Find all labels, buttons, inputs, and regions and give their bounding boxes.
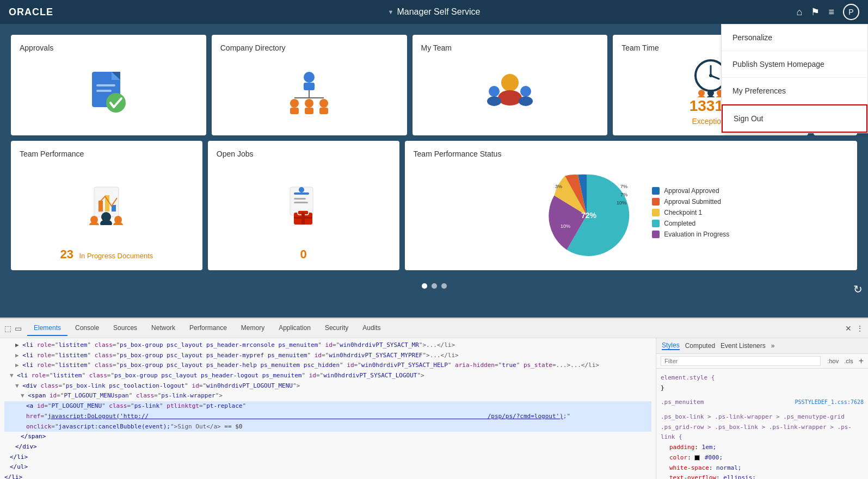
svg-text:7%: 7% xyxy=(620,184,627,189)
svg-point-29 xyxy=(707,90,714,96)
user-initial: P xyxy=(848,8,853,16)
tile-team-performance-status[interactable]: Team Performance Status xyxy=(405,141,857,270)
tile-my-team-title: My Team xyxy=(421,43,599,52)
tile-company-directory-title: Company Directory xyxy=(220,43,398,52)
menu-item-publish[interactable]: Publish System Homepage xyxy=(722,51,867,78)
dot-2[interactable] xyxy=(432,283,437,289)
code-line-0: ▶ <li role="listitem" class="ps_box-grou… xyxy=(4,340,651,351)
hov-toggle[interactable]: :hov xyxy=(827,358,839,364)
user-avatar[interactable]: P xyxy=(843,4,859,20)
devtools-device-icon[interactable]: ▭ xyxy=(15,324,22,333)
code-line-1: ▶ <li role="listitem" class="ps_box-grou… xyxy=(4,351,651,361)
code-line-3: ▼ <li role="listitem" class="ps_box-grou… xyxy=(4,371,651,381)
svg-point-13 xyxy=(305,99,313,108)
tile-open-jobs[interactable]: Open Jobs 0 xyxy=(208,141,399,270)
devtools-more-icon[interactable]: ⋮ xyxy=(856,324,864,333)
legend-label-4: Evaluation in Progress xyxy=(664,231,729,238)
code-line-2: ▶ <li role="listitem" class="ps_box-grou… xyxy=(4,360,651,371)
svg-point-18 xyxy=(498,90,522,105)
element-style-block: element.style { } xyxy=(661,373,864,393)
legend-dot-4 xyxy=(652,231,660,238)
tile-perf-status-body: 72% 10% 3% 7% 7% 10% Approval Approved xyxy=(414,164,848,262)
css-selector-0: .ps_menuitem xyxy=(661,399,704,406)
devtools-tab-network[interactable]: Network xyxy=(145,321,182,336)
svg-point-11 xyxy=(290,99,299,108)
devtools-inspector-icon[interactable]: ⬚ xyxy=(4,324,11,333)
code-line-highlight[interactable]: <a id="PT_LOGOUT_MENU" class="ps-link" p… xyxy=(4,401,651,432)
code-line-4: ▼ <div class="ps_box-link psc_toolaction… xyxy=(4,381,651,391)
header-title-container[interactable]: ▼ Manager Self Service xyxy=(388,7,481,17)
devtools-tab-security[interactable]: Security xyxy=(318,321,355,336)
team-performance-count-label: In Progress Documents xyxy=(79,252,153,260)
devtools-tab-performance[interactable]: Performance xyxy=(183,321,233,336)
open-jobs-count: 0 xyxy=(300,247,307,261)
devtools-code-panel: ▶ <li role="listitem" class="ps_box-grou… xyxy=(0,338,656,479)
tile-my-team[interactable]: My Team xyxy=(413,35,608,135)
tile-company-directory[interactable]: Company Directory xyxy=(212,35,407,135)
svg-point-19 xyxy=(489,86,500,97)
pagination-dots xyxy=(11,276,857,296)
dot-1[interactable] xyxy=(422,283,427,289)
devtools-tab-elements[interactable]: Elements xyxy=(27,321,67,336)
menu-item-personalize[interactable]: Personalize xyxy=(722,24,867,51)
css-prop-color: color: #000; xyxy=(669,453,864,463)
styles-tab[interactable]: Styles xyxy=(662,341,680,350)
chart-legend: Approval Approved Approval Submitted Che… xyxy=(652,187,729,238)
css-source-0[interactable]: PSSTYLEDEF_1.css:7628 xyxy=(795,397,864,407)
svg-rect-44 xyxy=(294,192,309,195)
legend-item-0: Approval Approved xyxy=(652,187,729,195)
page-title: Manager Self Service xyxy=(397,7,480,17)
devtools-tab-sources[interactable]: Sources xyxy=(107,321,144,336)
open-jobs-icon xyxy=(282,184,325,225)
cls-toggle[interactable]: .cls xyxy=(844,358,853,364)
devtools-tab-audits[interactable]: Audits xyxy=(356,321,387,336)
menu-item-signout[interactable]: Sign Out xyxy=(722,104,867,133)
event-listeners-tab[interactable]: Event Listeners xyxy=(721,342,766,350)
expand-arrow-0[interactable]: ▶ xyxy=(4,341,19,349)
tile-approvals-body xyxy=(20,58,198,127)
header-icons: ⌂ ⚑ ≡ P xyxy=(797,4,859,20)
devtools-panel: ⬚ ▭ Elements Console Sources Network Per… xyxy=(0,318,868,479)
tile-approvals[interactable]: Approvals xyxy=(11,35,206,135)
code-line-7: </div> xyxy=(4,442,651,452)
devtools-right-tabs: Styles Computed Event Listeners » xyxy=(656,338,868,354)
element-style-selector: element.style { xyxy=(661,374,715,381)
devtools-tab-console[interactable]: Console xyxy=(69,321,106,336)
css-prop-whitespace: white-space: normal; xyxy=(669,463,864,474)
svg-text:7%: 7% xyxy=(620,192,627,197)
flag-icon[interactable]: ⚑ xyxy=(811,6,820,18)
menu-icon[interactable]: ≡ xyxy=(828,7,834,18)
tile-team-performance-title: Team Performance xyxy=(20,150,194,158)
svg-line-26 xyxy=(711,76,719,79)
legend-item-3: Completed xyxy=(652,220,729,227)
tile-team-performance[interactable]: Team Performance xyxy=(11,141,202,270)
devtools-toolbar-icons: ✕ ⋮ xyxy=(845,324,864,333)
devtools-close-icon[interactable]: ✕ xyxy=(845,324,852,333)
svg-point-38 xyxy=(89,222,99,225)
tiles-row-2: Team Performance xyxy=(11,141,857,270)
css-block-1: .ps_box-link > .ps-link-wrapper > .ps_me… xyxy=(661,412,864,479)
dot-3[interactable] xyxy=(441,283,447,289)
svg-point-17 xyxy=(501,74,519,91)
tile-company-directory-body xyxy=(220,58,398,127)
css-block-0: .ps_menuitem PSSTYLEDEF_1.css:7628 xyxy=(661,397,864,408)
devtools-styles-panel: Styles Computed Event Listeners » :hov .… xyxy=(656,338,868,479)
legend-label-3: Completed xyxy=(664,220,695,227)
devtools-tab-memory[interactable]: Memory xyxy=(235,321,271,336)
menu-item-preferences[interactable]: My Preferences xyxy=(722,78,867,104)
svg-point-15 xyxy=(319,99,328,108)
company-directory-icon xyxy=(285,71,334,114)
refresh-button[interactable]: ↻ xyxy=(853,283,863,296)
style-filter-bar: :hov .cls + xyxy=(656,354,868,369)
css-selector-1: .ps_box-link > .ps-link-wrapper > .ps_me… xyxy=(661,412,864,443)
more-tabs[interactable]: » xyxy=(771,342,775,350)
oracle-logo: ORACLE xyxy=(9,7,53,18)
team-performance-count: 23 xyxy=(60,247,73,261)
computed-tab[interactable]: Computed xyxy=(685,342,715,350)
home-icon[interactable]: ⌂ xyxy=(797,7,803,18)
code-line-10: </li> xyxy=(4,472,651,479)
tile-perf-status-title: Team Performance Status xyxy=(414,150,848,158)
style-filter-input[interactable] xyxy=(661,356,821,366)
add-style-button[interactable]: + xyxy=(859,356,864,366)
devtools-tab-application[interactable]: Application xyxy=(272,321,317,336)
